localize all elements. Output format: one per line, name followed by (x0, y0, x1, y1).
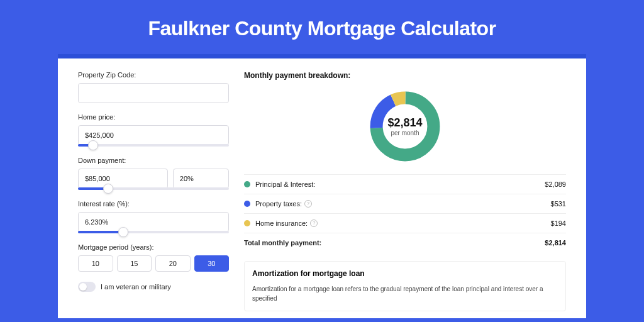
total-label: Total monthly payment: (244, 239, 321, 247)
breakdown-heading: Monthly payment breakdown: (244, 71, 566, 80)
period-button-15[interactable]: 15 (117, 255, 152, 272)
veteran-label: I am veteran or military (101, 283, 171, 291)
breakdown-column: Monthly payment breakdown: $2,814 per mo… (244, 71, 566, 318)
rate-group: Interest rate (%): (78, 200, 229, 233)
tax-label: Property taxes: (255, 200, 302, 208)
dot-icon (244, 220, 250, 226)
principal-label: Principal & Interest: (255, 180, 315, 188)
breakdown-line-taxes: Property taxes:? $531 (244, 194, 566, 213)
period-group: Mortgage period (years): 10 15 20 30 (78, 243, 229, 272)
price-input[interactable] (78, 125, 229, 145)
down-group: Down payment: (78, 157, 229, 190)
zip-label: Property Zip Code: (78, 71, 229, 79)
donut-subtitle: per month (391, 130, 419, 136)
page-title: Faulkner County Mortgage Calculator (0, 0, 644, 54)
amortization-body: Amortization for a mortgage loan refers … (252, 284, 558, 303)
veteran-toggle[interactable] (78, 282, 96, 292)
info-icon[interactable]: ? (304, 200, 312, 208)
price-label: Home price: (78, 113, 229, 121)
period-button-20[interactable]: 20 (155, 255, 191, 272)
period-button-10[interactable]: 10 (78, 255, 113, 272)
total-value: $2,814 (545, 239, 566, 247)
donut-chart: $2,814 per month (244, 89, 566, 164)
insurance-label: Home insurance: (255, 219, 308, 227)
dot-icon (244, 181, 250, 187)
breakdown-line-principal: Principal & Interest: $2,089 (244, 174, 566, 194)
rate-input[interactable] (78, 212, 229, 232)
calculator-panel: Property Zip Code: Home price: Down paym… (58, 54, 586, 318)
veteran-row: I am veteran or military (78, 282, 229, 292)
donut-amount: $2,814 (387, 116, 422, 130)
down-label: Down payment: (78, 157, 229, 164)
breakdown-line-insurance: Home insurance:? $194 (244, 213, 566, 233)
rate-slider[interactable] (78, 231, 229, 233)
slider-handle-icon[interactable] (103, 184, 113, 194)
principal-value: $2,089 (545, 180, 566, 188)
period-label: Mortgage period (years): (78, 243, 229, 251)
down-slider[interactable] (78, 187, 229, 190)
zip-input[interactable] (78, 83, 229, 103)
breakdown-line-total: Total monthly payment: $2,814 (244, 233, 566, 252)
dot-icon (244, 201, 250, 207)
down-percent-input[interactable] (173, 169, 229, 189)
zip-group: Property Zip Code: (78, 71, 229, 103)
amortization-heading: Amortization for mortgage loan (252, 269, 558, 278)
down-amount-input[interactable] (78, 169, 168, 189)
slider-handle-icon[interactable] (88, 140, 98, 150)
insurance-value: $194 (551, 219, 566, 227)
form-column: Property Zip Code: Home price: Down paym… (78, 71, 229, 318)
rate-label: Interest rate (%): (78, 200, 229, 208)
tax-value: $531 (551, 200, 566, 208)
price-slider[interactable] (78, 144, 229, 147)
slider-handle-icon[interactable] (118, 227, 128, 237)
price-group: Home price: (78, 113, 229, 147)
info-icon[interactable]: ? (310, 219, 318, 227)
period-button-30[interactable]: 30 (194, 255, 230, 272)
amortization-card: Amortization for mortgage loan Amortizat… (244, 261, 566, 311)
